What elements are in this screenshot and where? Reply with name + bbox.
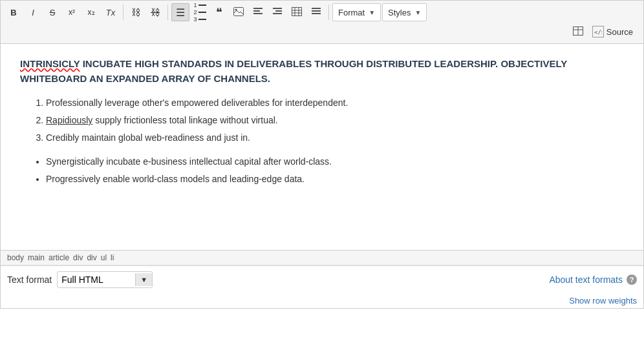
format-select-wrapper: Full HTML Filtered HTML Plain text ▼ — [57, 271, 153, 288]
ul-icon: ☰ — [176, 6, 185, 19]
status-bar: body main article div div ul li — [1, 251, 643, 265]
toolbar-row2: </> Source — [5, 23, 639, 41]
show-row-weights-link[interactable]: Show row weights — [569, 296, 637, 306]
table-small-icon — [573, 26, 583, 37]
blockquote-icon: ❝ — [216, 5, 222, 19]
list-item: Progressively enable world-class models … — [46, 172, 624, 186]
show-weights-row: Show row weights — [1, 293, 643, 308]
svg-rect-4 — [253, 13, 263, 14]
svg-rect-7 — [273, 13, 282, 14]
list-item: Synergistically incubate e-business inte… — [46, 155, 624, 169]
source-icon: </> — [592, 26, 604, 37]
table-small-button[interactable] — [569, 23, 587, 41]
align-right-icon — [273, 8, 282, 17]
ul-button[interactable]: ☰ — [171, 3, 189, 21]
styles-dropdown-label: Styles — [388, 8, 411, 17]
editor-heading: INTRINSICLY INCUBATE HIGH STANDARDS IN D… — [20, 57, 624, 86]
ol-icon: 1 2 3 — [193, 2, 206, 23]
heading-text: INCUBATE HIGH STANDARDS IN DELIVERABLES … — [20, 58, 567, 84]
status-path-div1: div — [73, 253, 83, 262]
styles-dropdown[interactable]: Styles ▼ — [382, 3, 427, 21]
link-button[interactable]: ⛓ — [127, 3, 145, 21]
link-icon: ⛓ — [131, 7, 140, 17]
styles-dropdown-arrow: ▼ — [414, 9, 421, 16]
ul-item-1-text: Synergistically incubate e-business inte… — [46, 156, 332, 167]
toolbar-separator-3 — [328, 5, 329, 20]
justify-button[interactable] — [307, 3, 325, 21]
status-path-li: li — [111, 253, 114, 262]
source-button[interactable]: </> Source — [590, 25, 636, 39]
status-path-article: article — [48, 253, 69, 262]
about-text-formats-link[interactable]: About text formats — [549, 275, 623, 285]
justify-icon — [312, 8, 321, 17]
format-select[interactable]: Full HTML Filtered HTML Plain text — [58, 272, 135, 287]
text-format-section: Text format Full HTML Filtered HTML Plai… — [7, 271, 153, 288]
italic-button[interactable]: I — [24, 3, 42, 21]
list-item: Professionally leverage other's empowere… — [46, 96, 624, 110]
svg-rect-3 — [253, 10, 260, 12]
svg-rect-6 — [275, 10, 282, 12]
svg-rect-15 — [312, 13, 321, 14]
source-label: Source — [606, 27, 633, 37]
format-dropdown[interactable]: Format ▼ — [332, 3, 381, 21]
list-item: Credibly maintain global web-readiness a… — [46, 131, 624, 145]
strikethrough-button[interactable]: S — [43, 3, 61, 21]
image-icon — [233, 7, 244, 18]
removeformat-button[interactable]: Tx — [102, 3, 120, 21]
toolbar-separator-2 — [167, 5, 168, 20]
ol-item-2-rest: supply frictionless total linkage withou… — [95, 115, 277, 125]
ul-item-2-text: Progressively enable world-class models … — [46, 174, 305, 184]
ol-item-3-text: Credibly maintain global web-readiness a… — [46, 132, 250, 143]
svg-rect-14 — [312, 10, 321, 12]
svg-rect-5 — [273, 8, 282, 9]
toolbar-row1: B I S x² x₂ Tx ⛓ — [5, 3, 639, 21]
format-dropdown-label: Format — [338, 8, 365, 17]
align-right-button[interactable] — [268, 3, 286, 21]
bold-button[interactable]: B — [5, 3, 23, 21]
align-left-icon — [253, 8, 263, 17]
align-left-button[interactable] — [249, 3, 267, 21]
status-path-ul: ul — [101, 253, 107, 262]
ol-button[interactable]: 1 2 3 — [191, 3, 209, 21]
format-select-arrow[interactable]: ▼ — [135, 273, 152, 286]
subscript-button[interactable]: x₂ — [82, 3, 100, 21]
status-path-main: main — [28, 253, 45, 262]
footer: Text format Full HTML Filtered HTML Plai… — [1, 265, 643, 293]
help-icon[interactable]: ? — [627, 275, 637, 285]
unlink-button[interactable]: ⛓ — [146, 3, 164, 21]
editor-content[interactable]: INTRINSICLY INCUBATE HIGH STANDARDS IN D… — [1, 44, 643, 251]
toolbar: B I S x² x₂ Tx ⛓ — [1, 1, 643, 44]
footer-right: About text formats ? — [549, 275, 637, 285]
blockquote-button[interactable]: ❝ — [210, 3, 228, 21]
unlink-icon: ⛓ — [151, 7, 160, 17]
ol-item-2-underline: Rapidiously — [46, 115, 92, 125]
toolbar-separator-1 — [123, 5, 123, 20]
image-button[interactable] — [230, 3, 248, 21]
svg-rect-13 — [312, 8, 321, 9]
status-path-body: body — [7, 253, 24, 262]
ol-item-1-text: Professionally leverage other's empowere… — [46, 98, 348, 108]
svg-text:</>: </> — [594, 29, 602, 36]
svg-rect-8 — [292, 7, 302, 16]
heading-underline-word: INTRINSICLY — [20, 58, 80, 69]
status-path-div2: div — [87, 253, 96, 262]
ordered-list: Professionally leverage other's empowere… — [46, 96, 624, 145]
list-item: Rapidiously supply frictionless total li… — [46, 114, 624, 127]
text-format-label: Text format — [7, 275, 52, 285]
editor-wrapper: B I S x² x₂ Tx ⛓ — [0, 0, 644, 309]
table-icon — [292, 7, 302, 18]
svg-rect-2 — [253, 8, 263, 9]
superscript-button[interactable]: x² — [63, 3, 81, 21]
format-dropdown-arrow: ▼ — [369, 9, 375, 16]
table-button[interactable] — [288, 3, 306, 21]
unordered-list: Synergistically incubate e-business inte… — [46, 155, 624, 186]
